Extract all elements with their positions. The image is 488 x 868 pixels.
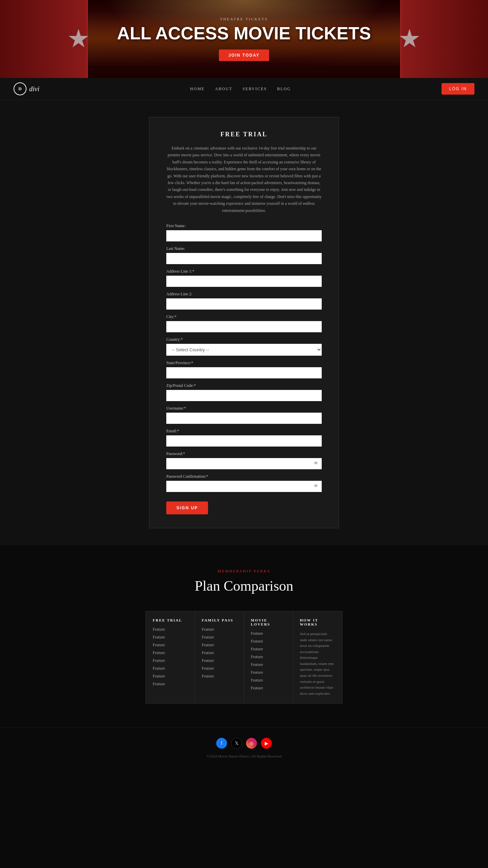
nav-link-home[interactable]: HOME [190,86,205,92]
list-item: Feature [153,643,188,648]
email-label: Email:* [166,429,322,434]
list-item: Feature [153,635,188,640]
youtube-icon[interactable]: ▶ [261,738,272,749]
zip-label: Zip/Postal Code:* [166,383,322,388]
navigation: D divi HOME ABOUT SERVICES BLOG LOG IN [0,78,488,100]
list-item: Feature [202,643,237,648]
list-item: Feature [251,662,286,667]
plan-family-pass-header: FAMILY PASS [202,618,237,622]
nav-links: HOME ABOUT SERVICES BLOG [190,86,291,92]
address2-label: Address Line 2: [166,292,322,297]
plan-table: FREE TRIAL Feature Feature Feature Featu… [146,611,342,704]
list-item: Feature [251,678,286,683]
password-confirm-label: Password Confirmation:* [166,474,322,479]
state-label: State/Province:* [166,360,322,366]
country-label: Country:* [166,337,322,342]
nav-link-services[interactable]: SERVICES [243,86,267,92]
plan-title: Plan Comparison [7,578,481,594]
join-today-button[interactable]: JOIN TODAY [219,50,269,61]
list-item: Feature [251,686,286,691]
footer-copyright: ©2024 Movie Passes Direct | All Rights R… [7,754,481,758]
list-item: Feature [251,631,286,636]
zip-group: Zip/Postal Code:* [166,383,322,401]
password-input[interactable] [166,458,322,469]
nav-link-blog[interactable]: BLOG [277,86,291,92]
logo-text: divi [29,85,39,93]
list-item: Feature [202,627,237,632]
address1-input[interactable] [166,276,322,287]
list-item: Feature [202,674,237,679]
last-name-group: Last Name: [166,246,322,264]
form-section: FREE TRIAL Embark on a cinematic adventu… [0,100,488,545]
list-item: Feature [153,627,188,632]
facebook-icon[interactable]: f [216,738,227,749]
city-input[interactable] [166,321,322,332]
password-group: Password:* 👁 [166,451,322,469]
footer: f 𝕏 ◎ ▶ ©2024 Movie Passes Direct | All … [0,727,488,765]
form-description: Embark on a cinematic adventure with our… [166,145,322,214]
form-title: FREE TRIAL [166,131,322,138]
password-label: Password:* [166,451,322,456]
password-confirm-toggle-icon[interactable]: 👁 [314,484,318,489]
instagram-icon[interactable]: ◎ [246,738,257,749]
last-name-input[interactable] [166,253,322,264]
password-confirm-group: Password Confirmation:* 👁 [166,474,322,492]
list-item: Feature [251,647,286,652]
form-container: FREE TRIAL Embark on a cinematic adventu… [149,117,339,528]
username-label: Username:* [166,406,322,411]
password-confirm-input[interactable] [166,481,322,492]
list-item: Feature [153,666,188,671]
plan-how-it-works-header: HOW IT WORKS [300,618,336,626]
list-item: Feature [251,670,286,675]
state-input[interactable] [166,367,322,378]
address2-group: Address Line 2: [166,292,322,310]
city-label: City:* [166,314,322,319]
plan-col-how-it-works: HOW IT WORKS Sed ut perspiciatis unde om… [293,611,342,704]
address1-group: Address Line 1:* [166,269,322,287]
list-item: Feature [153,650,188,655]
first-name-label: First Name: [166,223,322,229]
logo: D divi [14,82,39,95]
list-item: Feature [153,682,188,687]
plan-how-it-works-desc: Sed ut perspiciatis unde omnis iste natu… [300,631,336,697]
plan-col-movie-lovers: MOVIE LOVERS Feature Feature Feature Fea… [244,611,293,704]
password-confirm-wrapper: 👁 [166,481,322,492]
list-item: Feature [202,666,237,671]
twitter-icon[interactable]: 𝕏 [231,738,242,749]
hero-subtitle: Theatre Tickets [220,17,268,21]
signup-button[interactable]: SIGN UP [166,501,208,514]
list-item: Feature [251,654,286,659]
list-item: Feature [202,658,237,663]
state-group: State/Province:* [166,360,322,378]
list-item: Feature [153,674,188,679]
email-input[interactable] [166,435,322,447]
password-toggle-icon[interactable]: 👁 [314,461,318,466]
nav-link-about[interactable]: ABOUT [215,86,232,92]
plan-col-family-pass: FAMILY PASS Feature Feature Feature Feat… [195,611,244,704]
first-name-group: First Name: [166,223,322,241]
logo-letter: D [18,86,21,92]
zip-input[interactable] [166,390,322,401]
plan-movie-lovers-header: MOVIE LOVERS [251,618,286,626]
last-name-label: Last Name: [166,246,322,251]
plan-subtitle: MEMBERSHIP PERKS [7,569,481,573]
city-group: City:* [166,314,322,332]
address1-label: Address Line 1:* [166,269,322,274]
username-input[interactable] [166,413,322,424]
username-group: Username:* [166,406,322,424]
hero-section: Theatre Tickets ALL ACCESS MOVIE TICKETS… [0,0,488,78]
login-button[interactable]: LOG IN [442,83,474,95]
list-item: Feature [202,635,237,640]
list-item: Feature [202,650,237,655]
plan-section: MEMBERSHIP PERKS Plan Comparison FREE TR… [0,545,488,728]
footer-socials: f 𝕏 ◎ ▶ [7,738,481,749]
plan-free-trial-header: FREE TRIAL [153,618,188,622]
address2-input[interactable] [166,298,322,310]
country-select[interactable]: -- Select Country -- United States Unite… [166,344,322,356]
list-item: Feature [153,658,188,663]
list-item: Feature [251,639,286,644]
plan-col-free-trial: FREE TRIAL Feature Feature Feature Featu… [146,611,195,704]
logo-circle: D [14,82,26,95]
first-name-input[interactable] [166,230,322,241]
country-group: Country:* -- Select Country -- United St… [166,337,322,356]
